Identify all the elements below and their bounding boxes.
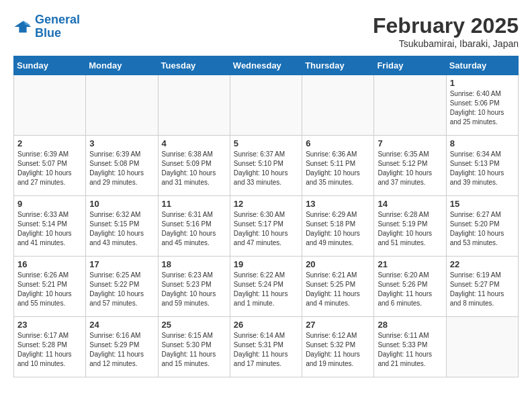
calendar-cell: 9Sunrise: 6:33 AM Sunset: 5:14 PM Daylig… xyxy=(14,196,86,257)
calendar-cell xyxy=(374,75,446,136)
day-info: Sunrise: 6:39 AM Sunset: 5:07 PM Dayligh… xyxy=(17,150,82,187)
calendar-cell xyxy=(230,75,302,136)
day-number: 24 xyxy=(89,320,154,330)
calendar-cell xyxy=(302,75,374,136)
day-info: Sunrise: 6:33 AM Sunset: 5:14 PM Dayligh… xyxy=(17,210,82,248)
calendar-week-3: 9Sunrise: 6:33 AM Sunset: 5:14 PM Daylig… xyxy=(14,196,519,257)
day-info: Sunrise: 6:37 AM Sunset: 5:10 PM Dayligh… xyxy=(234,150,298,187)
day-number: 2 xyxy=(17,138,82,148)
day-number: 19 xyxy=(234,259,298,269)
day-info: Sunrise: 6:22 AM Sunset: 5:24 PM Dayligh… xyxy=(234,271,298,308)
day-number: 16 xyxy=(17,259,82,269)
day-info: Sunrise: 6:12 AM Sunset: 5:32 PM Dayligh… xyxy=(306,331,370,369)
day-number: 14 xyxy=(378,199,442,209)
day-info: Sunrise: 6:30 AM Sunset: 5:17 PM Dayligh… xyxy=(234,210,298,248)
day-number: 15 xyxy=(450,199,515,209)
calendar-cell: 3Sunrise: 6:39 AM Sunset: 5:08 PM Daylig… xyxy=(86,136,158,196)
calendar-cell: 16Sunrise: 6:26 AM Sunset: 5:21 PM Dayli… xyxy=(14,257,86,317)
calendar-cell: 15Sunrise: 6:27 AM Sunset: 5:20 PM Dayli… xyxy=(446,196,518,257)
day-info: Sunrise: 6:35 AM Sunset: 5:12 PM Dayligh… xyxy=(378,150,442,187)
day-info: Sunrise: 6:25 AM Sunset: 5:22 PM Dayligh… xyxy=(89,271,154,308)
day-number: 1 xyxy=(450,78,515,88)
day-info: Sunrise: 6:38 AM Sunset: 5:09 PM Dayligh… xyxy=(162,150,226,187)
calendar-cell: 5Sunrise: 6:37 AM Sunset: 5:10 PM Daylig… xyxy=(230,136,302,196)
title-block: February 2025 Tsukubamirai, Ibaraki, Jap… xyxy=(373,13,519,49)
day-number: 27 xyxy=(306,320,370,330)
calendar-cell: 4Sunrise: 6:38 AM Sunset: 5:09 PM Daylig… xyxy=(158,136,230,196)
weekday-header-friday: Friday xyxy=(374,56,446,75)
calendar-cell: 11Sunrise: 6:31 AM Sunset: 5:16 PM Dayli… xyxy=(158,196,230,257)
day-number: 3 xyxy=(89,138,154,148)
weekday-header-monday: Monday xyxy=(86,56,158,75)
weekday-header-saturday: Saturday xyxy=(446,56,518,75)
day-number: 7 xyxy=(378,138,442,148)
calendar-cell: 2Sunrise: 6:39 AM Sunset: 5:07 PM Daylig… xyxy=(14,136,86,196)
calendar-week-2: 2Sunrise: 6:39 AM Sunset: 5:07 PM Daylig… xyxy=(14,136,519,196)
month-year-title: February 2025 xyxy=(373,13,519,38)
day-info: Sunrise: 6:14 AM Sunset: 5:31 PM Dayligh… xyxy=(234,331,298,369)
day-info: Sunrise: 6:11 AM Sunset: 5:33 PM Dayligh… xyxy=(378,331,442,369)
day-info: Sunrise: 6:39 AM Sunset: 5:08 PM Dayligh… xyxy=(89,150,154,187)
logo-text: General Blue xyxy=(35,13,80,40)
calendar-cell: 17Sunrise: 6:25 AM Sunset: 5:22 PM Dayli… xyxy=(86,257,158,317)
calendar-cell xyxy=(86,75,158,136)
day-number: 20 xyxy=(306,259,370,269)
calendar-week-5: 23Sunrise: 6:17 AM Sunset: 5:28 PM Dayli… xyxy=(14,317,519,377)
calendar-cell: 26Sunrise: 6:14 AM Sunset: 5:31 PM Dayli… xyxy=(230,317,302,377)
day-number: 5 xyxy=(234,138,298,148)
day-info: Sunrise: 6:26 AM Sunset: 5:21 PM Dayligh… xyxy=(17,271,82,308)
weekday-header-sunday: Sunday xyxy=(14,56,86,75)
calendar-cell: 21Sunrise: 6:20 AM Sunset: 5:26 PM Dayli… xyxy=(374,257,446,317)
day-info: Sunrise: 6:34 AM Sunset: 5:13 PM Dayligh… xyxy=(450,150,515,187)
day-info: Sunrise: 6:28 AM Sunset: 5:19 PM Dayligh… xyxy=(378,210,442,248)
calendar-cell: 23Sunrise: 6:17 AM Sunset: 5:28 PM Dayli… xyxy=(14,317,86,377)
day-info: Sunrise: 6:23 AM Sunset: 5:23 PM Dayligh… xyxy=(162,271,226,308)
day-info: Sunrise: 6:20 AM Sunset: 5:26 PM Dayligh… xyxy=(378,271,442,308)
calendar-cell: 13Sunrise: 6:29 AM Sunset: 5:18 PM Dayli… xyxy=(302,196,374,257)
calendar-cell: 18Sunrise: 6:23 AM Sunset: 5:23 PM Dayli… xyxy=(158,257,230,317)
day-info: Sunrise: 6:19 AM Sunset: 5:27 PM Dayligh… xyxy=(450,271,515,308)
day-info: Sunrise: 6:29 AM Sunset: 5:18 PM Dayligh… xyxy=(306,210,370,248)
calendar-cell xyxy=(14,75,86,136)
calendar-cell: 27Sunrise: 6:12 AM Sunset: 5:32 PM Dayli… xyxy=(302,317,374,377)
day-number: 11 xyxy=(162,199,226,209)
day-info: Sunrise: 6:36 AM Sunset: 5:11 PM Dayligh… xyxy=(306,150,370,187)
weekday-header-tuesday: Tuesday xyxy=(158,56,230,75)
day-info: Sunrise: 6:32 AM Sunset: 5:15 PM Dayligh… xyxy=(89,210,154,248)
calendar-week-1: 1Sunrise: 6:40 AM Sunset: 5:06 PM Daylig… xyxy=(14,75,519,136)
calendar-cell: 10Sunrise: 6:32 AM Sunset: 5:15 PM Dayli… xyxy=(86,196,158,257)
calendar-cell: 20Sunrise: 6:21 AM Sunset: 5:25 PM Dayli… xyxy=(302,257,374,317)
day-number: 22 xyxy=(450,259,515,269)
day-info: Sunrise: 6:15 AM Sunset: 5:30 PM Dayligh… xyxy=(162,331,226,369)
day-info: Sunrise: 6:21 AM Sunset: 5:25 PM Dayligh… xyxy=(306,271,370,308)
calendar-cell: 1Sunrise: 6:40 AM Sunset: 5:06 PM Daylig… xyxy=(446,75,518,136)
calendar-cell: 6Sunrise: 6:36 AM Sunset: 5:11 PM Daylig… xyxy=(302,136,374,196)
day-number: 17 xyxy=(89,259,154,269)
day-number: 25 xyxy=(162,320,226,330)
calendar-cell: 12Sunrise: 6:30 AM Sunset: 5:17 PM Dayli… xyxy=(230,196,302,257)
calendar-cell: 7Sunrise: 6:35 AM Sunset: 5:12 PM Daylig… xyxy=(374,136,446,196)
calendar-table: SundayMondayTuesdayWednesdayThursdayFrid… xyxy=(13,56,519,377)
day-number: 6 xyxy=(306,138,370,148)
day-number: 10 xyxy=(89,199,154,209)
day-number: 9 xyxy=(17,199,82,209)
weekday-header-thursday: Thursday xyxy=(302,56,374,75)
calendar-cell: 19Sunrise: 6:22 AM Sunset: 5:24 PM Dayli… xyxy=(230,257,302,317)
day-number: 21 xyxy=(378,259,442,269)
day-number: 12 xyxy=(234,199,298,209)
location-subtitle: Tsukubamirai, Ibaraki, Japan xyxy=(373,38,519,49)
weekday-header-wednesday: Wednesday xyxy=(230,56,302,75)
day-info: Sunrise: 6:16 AM Sunset: 5:29 PM Dayligh… xyxy=(89,331,154,369)
day-number: 4 xyxy=(162,138,226,148)
calendar-cell xyxy=(446,317,518,377)
calendar-cell: 28Sunrise: 6:11 AM Sunset: 5:33 PM Dayli… xyxy=(374,317,446,377)
logo-bird-icon xyxy=(13,17,32,36)
calendar-week-4: 16Sunrise: 6:26 AM Sunset: 5:21 PM Dayli… xyxy=(14,257,519,317)
logo: General Blue xyxy=(13,13,80,40)
calendar-cell xyxy=(158,75,230,136)
day-info: Sunrise: 6:17 AM Sunset: 5:28 PM Dayligh… xyxy=(17,331,82,369)
weekday-header-row: SundayMondayTuesdayWednesdayThursdayFrid… xyxy=(14,56,519,75)
svg-marker-0 xyxy=(14,21,31,32)
day-number: 28 xyxy=(378,320,442,330)
page-header: General Blue February 2025 Tsukubamirai,… xyxy=(13,13,519,49)
